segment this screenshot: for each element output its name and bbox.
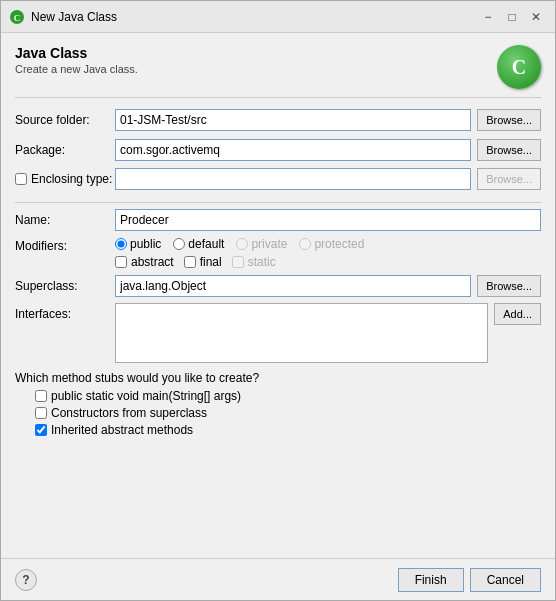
superclass-input-wrap: Browse... (115, 275, 541, 297)
superclass-row: Superclass: Browse... (15, 275, 541, 297)
enclosing-type-input[interactable] (115, 168, 471, 190)
modifier-abstract-label[interactable]: abstract (115, 255, 174, 269)
modifier-private-radio[interactable] (236, 238, 248, 250)
cancel-button[interactable]: Cancel (470, 568, 541, 592)
enclosing-type-input-wrap: Browse... (115, 168, 541, 190)
new-java-class-dialog: C New Java Class − □ ✕ Java Class Create… (0, 0, 556, 601)
header-title: Java Class (15, 45, 497, 61)
header-text: Java Class Create a new Java class. (15, 45, 497, 75)
stub-main-checkbox[interactable] (35, 390, 47, 402)
source-folder-browse-button[interactable]: Browse... (477, 109, 541, 131)
modifiers-content: public default private protected (115, 237, 364, 269)
interfaces-row: Interfaces: Add... (15, 303, 541, 363)
modifier-final-label[interactable]: final (184, 255, 222, 269)
source-folder-input-wrap: Browse... (115, 109, 541, 131)
separator-1 (15, 202, 541, 203)
window-title: New Java Class (31, 10, 477, 24)
modifier-protected-radio[interactable] (299, 238, 311, 250)
stub-constructors-checkbox[interactable] (35, 407, 47, 419)
method-stubs-options: public static void main(String[] args) C… (15, 389, 541, 437)
interfaces-add-button[interactable]: Add... (494, 303, 541, 325)
stub-constructors-label[interactable]: Constructors from superclass (35, 406, 541, 420)
modifier-private-label[interactable]: private (236, 237, 287, 251)
java-logo-icon: C (497, 45, 541, 89)
modifier-static-label[interactable]: static (232, 255, 276, 269)
source-folder-label: Source folder: (15, 113, 115, 127)
package-input[interactable] (115, 139, 471, 161)
modifiers-label: Modifiers: (15, 237, 115, 253)
name-label: Name: (15, 213, 115, 227)
modifier-default-radio[interactable] (173, 238, 185, 250)
interfaces-listbox[interactable] (115, 303, 488, 363)
method-stubs-section: Which method stubs would you like to cre… (15, 371, 541, 437)
superclass-browse-button[interactable]: Browse... (477, 275, 541, 297)
name-row: Name: (15, 209, 541, 231)
footer-right: Finish Cancel (398, 568, 541, 592)
minimize-button[interactable]: − (477, 6, 499, 28)
name-input-wrap (115, 209, 541, 231)
stub-main-label[interactable]: public static void main(String[] args) (35, 389, 541, 403)
stub-inherited-checkbox[interactable] (35, 424, 47, 436)
enclosing-type-checkbox[interactable] (15, 173, 27, 185)
enclosing-type-row: Enclosing type: Browse... (15, 168, 541, 190)
enclosing-type-label[interactable]: Enclosing type: (15, 172, 115, 186)
modifier-final-checkbox[interactable] (184, 256, 196, 268)
modifier-default-label[interactable]: default (173, 237, 224, 251)
help-button[interactable]: ? (15, 569, 37, 591)
method-stubs-title: Which method stubs would you like to cre… (15, 371, 541, 385)
header-subtitle: Create a new Java class. (15, 63, 497, 75)
modifier-abstract-checkbox[interactable] (115, 256, 127, 268)
package-input-wrap: Browse... (115, 139, 541, 161)
modifiers-checkbox-group: abstract final static (115, 255, 364, 269)
modifier-public-label[interactable]: public (115, 237, 161, 251)
interfaces-label: Interfaces: (15, 303, 115, 321)
superclass-input[interactable] (115, 275, 471, 297)
dialog-header: Java Class Create a new Java class. C (15, 45, 541, 98)
svg-text:C: C (14, 13, 21, 23)
superclass-label: Superclass: (15, 279, 115, 293)
package-row: Package: Browse... (15, 138, 541, 162)
dialog-footer: ? Finish Cancel (1, 558, 555, 600)
source-folder-input[interactable] (115, 109, 471, 131)
interfaces-side-buttons: Add... (494, 303, 541, 325)
footer-left: ? (15, 569, 37, 591)
close-button[interactable]: ✕ (525, 6, 547, 28)
maximize-button[interactable]: □ (501, 6, 523, 28)
enclosing-type-browse-button[interactable]: Browse... (477, 168, 541, 190)
dialog-content: Java Class Create a new Java class. C So… (1, 33, 555, 558)
modifier-public-radio[interactable] (115, 238, 127, 250)
modifier-protected-label[interactable]: protected (299, 237, 364, 251)
form-section: Source folder: Browse... Package: Browse… (15, 108, 541, 550)
window-controls: − □ ✕ (477, 6, 547, 28)
stub-inherited-label[interactable]: Inherited abstract methods (35, 423, 541, 437)
finish-button[interactable]: Finish (398, 568, 464, 592)
title-bar: C New Java Class − □ ✕ (1, 1, 555, 33)
source-folder-row: Source folder: Browse... (15, 108, 541, 132)
modifiers-radio-group: public default private protected (115, 237, 364, 251)
enclosing-type-checkbox-wrap: Enclosing type: (15, 172, 115, 186)
window-icon: C (9, 9, 25, 25)
modifiers-row: Modifiers: public default pr (15, 237, 541, 269)
package-label: Package: (15, 143, 115, 157)
modifier-static-checkbox[interactable] (232, 256, 244, 268)
name-input[interactable] (115, 209, 541, 231)
package-browse-button[interactable]: Browse... (477, 139, 541, 161)
